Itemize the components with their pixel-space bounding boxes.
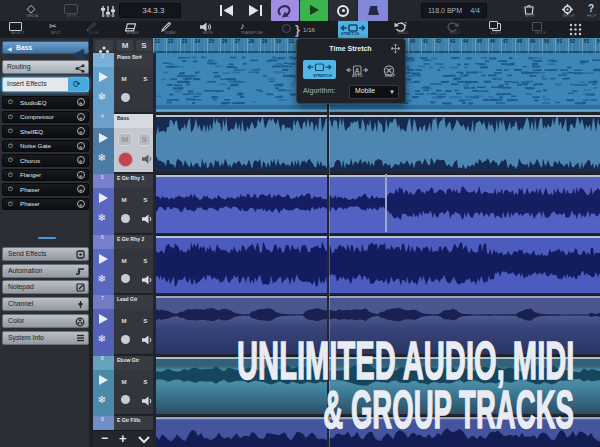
svg-text:A: A xyxy=(355,67,360,74)
svg-text:2: 2 xyxy=(404,22,407,27)
